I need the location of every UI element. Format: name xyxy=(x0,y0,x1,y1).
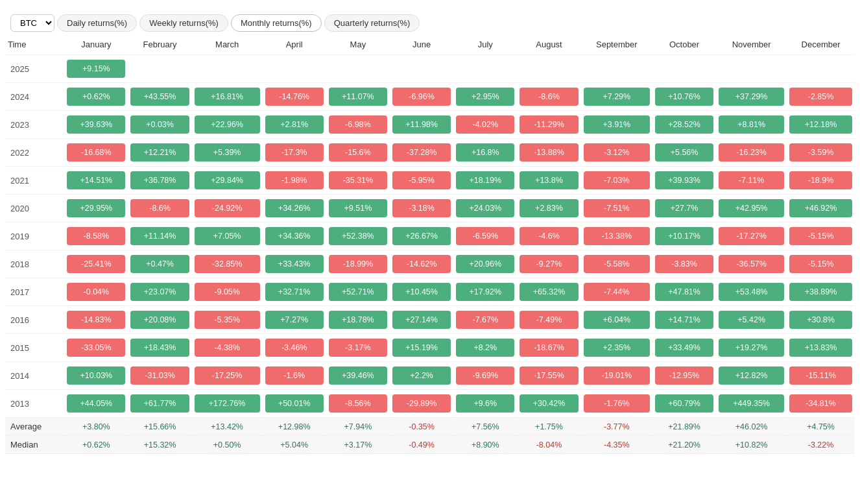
data-cell xyxy=(390,55,453,83)
col-header-may: May xyxy=(326,34,390,55)
average-cell: +46.02% xyxy=(716,418,787,436)
data-cell: -2.85% xyxy=(787,83,855,111)
average-cell: +7.56% xyxy=(453,418,517,436)
median-cell: +21.20% xyxy=(652,436,716,454)
data-cell: -3.83% xyxy=(652,250,716,278)
median-cell: -4.35% xyxy=(581,436,652,454)
data-cell: +0.62% xyxy=(64,83,128,111)
data-cell: +50.01% xyxy=(263,390,326,418)
data-cell: -8.6% xyxy=(517,83,580,111)
tab-weekly[interactable]: Weekly returns(%) xyxy=(139,14,228,32)
data-cell: -29.89% xyxy=(390,390,453,418)
data-cell: -6.96% xyxy=(390,83,453,111)
data-cell: -1.98% xyxy=(263,167,326,195)
data-cell: +2.2% xyxy=(390,362,453,390)
average-label: Average xyxy=(5,418,64,436)
tab-daily[interactable]: Daily returns(%) xyxy=(57,14,137,32)
data-cell: +5.42% xyxy=(716,306,787,334)
data-cell: -18.67% xyxy=(517,334,580,362)
median-cell: +5.04% xyxy=(263,436,326,454)
data-cell: +22.96% xyxy=(192,111,263,139)
col-header-october: October xyxy=(652,34,716,55)
average-cell: +15.66% xyxy=(128,418,191,436)
data-cell: -4.02% xyxy=(453,111,517,139)
data-cell: +11.14% xyxy=(128,222,191,250)
data-cell xyxy=(453,55,517,83)
data-cell: +13.8% xyxy=(517,167,580,195)
data-cell: +2.95% xyxy=(453,83,517,111)
data-cell: +11.98% xyxy=(390,111,453,139)
data-cell: -6.59% xyxy=(453,222,517,250)
median-cell: +15.32% xyxy=(128,436,191,454)
data-cell: -14.76% xyxy=(263,83,326,111)
data-cell: -19.01% xyxy=(581,362,652,390)
data-cell xyxy=(517,55,580,83)
table-row: 2023+39.63%+0.03%+22.96%+2.81%-6.98%+11.… xyxy=(5,111,855,139)
year-cell: 2021 xyxy=(5,167,64,195)
col-header-september: September xyxy=(581,34,652,55)
data-cell: -1.6% xyxy=(263,362,326,390)
data-cell: +30.42% xyxy=(517,390,580,418)
data-cell: -35.31% xyxy=(326,167,390,195)
data-cell: +449.35% xyxy=(716,390,787,418)
data-cell: -15.11% xyxy=(787,362,855,390)
data-cell: +8.2% xyxy=(453,334,517,362)
data-cell: -7.51% xyxy=(581,195,652,222)
data-cell: +12.18% xyxy=(787,111,855,139)
data-cell: -16.68% xyxy=(64,139,128,167)
data-cell: +18.78% xyxy=(326,306,390,334)
table-row: 2016-14.83%+20.08%-5.35%+7.27%+18.78%+27… xyxy=(5,306,855,334)
data-cell: -12.95% xyxy=(652,362,716,390)
data-cell: +19.27% xyxy=(716,334,787,362)
data-cell: -17.27% xyxy=(716,222,787,250)
data-cell: +17.92% xyxy=(453,278,517,306)
data-cell xyxy=(652,55,716,83)
page-header xyxy=(0,0,860,10)
average-cell: +21.89% xyxy=(652,418,716,436)
data-cell: +60.79% xyxy=(652,390,716,418)
data-cell: +38.89% xyxy=(787,278,855,306)
data-cell: +7.27% xyxy=(263,306,326,334)
data-cell: -13.88% xyxy=(517,139,580,167)
data-cell: +6.04% xyxy=(581,306,652,334)
data-cell: -11.29% xyxy=(517,111,580,139)
table-row: 2024+0.62%+43.55%+16.81%-14.76%+11.07%-6… xyxy=(5,83,855,111)
data-cell: -17.3% xyxy=(263,139,326,167)
data-cell: +20.96% xyxy=(453,250,517,278)
data-cell: +9.51% xyxy=(326,195,390,222)
data-cell: +36.78% xyxy=(128,167,191,195)
year-cell: 2016 xyxy=(5,306,64,334)
data-cell: -4.6% xyxy=(517,222,580,250)
tab-monthly[interactable]: Monthly returns(%) xyxy=(231,14,322,32)
data-cell: +9.6% xyxy=(453,390,517,418)
col-header-december: December xyxy=(787,34,855,55)
data-cell: -32.85% xyxy=(192,250,263,278)
average-cell: +1.75% xyxy=(517,418,580,436)
table-row: 2021+14.51%+36.78%+29.84%-1.98%-35.31%-5… xyxy=(5,167,855,195)
data-cell: +0.03% xyxy=(128,111,191,139)
data-cell: +2.81% xyxy=(263,111,326,139)
average-cell: +3.80% xyxy=(64,418,128,436)
data-cell: -18.99% xyxy=(326,250,390,278)
data-cell: -8.58% xyxy=(64,222,128,250)
data-cell: -1.76% xyxy=(581,390,652,418)
data-cell: +42.95% xyxy=(716,195,787,222)
data-cell: +34.26% xyxy=(263,195,326,222)
table-row: 2022-16.68%+12.21%+5.39%-17.3%-15.6%-37.… xyxy=(5,139,855,167)
data-cell: +16.81% xyxy=(192,83,263,111)
tab-quarterly[interactable]: Quarterly returns(%) xyxy=(324,14,420,32)
median-cell: +0.50% xyxy=(192,436,263,454)
data-cell: -17.25% xyxy=(192,362,263,390)
data-cell: -5.95% xyxy=(390,167,453,195)
data-cell: +28.52% xyxy=(652,111,716,139)
data-cell: -36.57% xyxy=(716,250,787,278)
table-row: 2018-25.41%+0.47%-32.85%+33.43%-18.99%-1… xyxy=(5,250,855,278)
asset-selector[interactable]: BTC xyxy=(10,14,54,32)
data-cell: +39.46% xyxy=(326,362,390,390)
data-cell: -5.15% xyxy=(787,250,855,278)
data-cell: +14.71% xyxy=(652,306,716,334)
col-header-april: April xyxy=(263,34,326,55)
data-cell: +29.95% xyxy=(64,195,128,222)
data-cell: +43.55% xyxy=(128,83,191,111)
data-cell: +10.17% xyxy=(652,222,716,250)
